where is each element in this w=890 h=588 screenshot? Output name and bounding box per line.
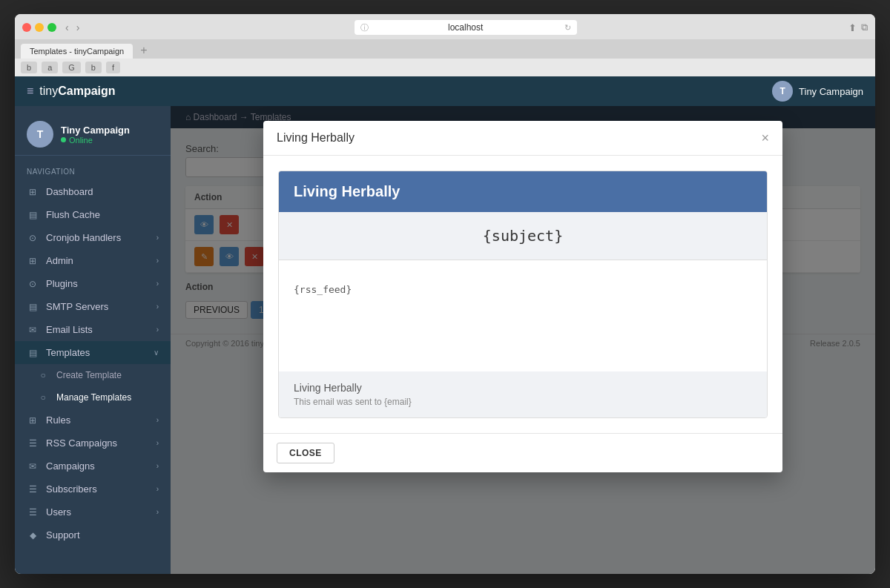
sidebar-item-subscribers[interactable]: ☰ Subscribers › <box>15 478 171 501</box>
close-light[interactable] <box>22 23 31 32</box>
rules-icon: ⊞ <box>27 415 39 426</box>
email-header-band: Living Herbally <box>279 171 767 212</box>
sidebar-item-manage-templates[interactable]: ○ Manage Templates <box>15 386 171 409</box>
sidebar-label-subscribers: Subscribers <box>46 483 97 495</box>
modal: Living Herbally × Living Herbally {subje… <box>263 121 782 472</box>
sidebar-label-dashboard: Dashboard <box>46 186 93 197</box>
minimize-light[interactable] <box>35 23 44 32</box>
users-icon: ☰ <box>27 507 39 518</box>
smtp-arrow: › <box>156 303 159 311</box>
email-preview: Living Herbally {subject} {rss_feed} Liv… <box>278 171 768 418</box>
user-avatar: T <box>27 121 53 148</box>
sidebar-label-flush-cache: Flush Cache <box>46 209 100 220</box>
admin-arrow: › <box>156 257 159 265</box>
plugins-arrow: › <box>156 280 159 288</box>
app-header: ≡ tinyCampaign T Tiny Campaign <box>15 76 875 106</box>
create-template-icon: ○ <box>37 370 49 380</box>
email-lists-arrow: › <box>156 326 159 334</box>
email-subject-text: {subject} <box>483 227 563 245</box>
flush-cache-icon: ▤ <box>27 210 39 220</box>
bookmarks-bar: b a G b f <box>15 59 875 76</box>
email-lists-icon: ✉ <box>27 325 39 335</box>
new-tab-button[interactable]: + <box>136 42 151 59</box>
back-button[interactable]: ‹ <box>62 20 72 35</box>
bookmark-4[interactable]: b <box>85 62 102 73</box>
email-footer-section: Living Herbally This email was sent to {… <box>279 371 767 417</box>
sidebar-label-templates: Templates <box>46 347 90 358</box>
modal-header: Living Herbally × <box>263 121 782 156</box>
email-footer-title: Living Herbally <box>294 382 752 394</box>
modal-close-footer-button[interactable]: CLOSE <box>277 443 334 463</box>
logo: tinyCampaign <box>39 85 115 98</box>
dashboard-icon: ⊞ <box>27 187 39 197</box>
menu-icon[interactable]: ≡ <box>27 85 33 98</box>
plugins-icon: ⊙ <box>27 279 39 289</box>
active-tab[interactable]: Templates - tinyCampaign <box>21 44 133 59</box>
fullscreen-light[interactable] <box>47 23 56 32</box>
traffic-lights <box>22 23 56 32</box>
campaigns-arrow: › <box>156 462 159 470</box>
email-footer-sub: This email was sent to {email} <box>294 397 752 407</box>
expand-icon[interactable]: ⧉ <box>861 22 868 33</box>
sidebar-label-cronjob: Cronjob Handlers <box>46 232 121 243</box>
modal-footer: CLOSE <box>263 433 782 472</box>
smtp-icon: ▤ <box>27 302 39 312</box>
modal-body: Living Herbally {subject} {rss_feed} Liv… <box>263 156 782 433</box>
bookmark-5[interactable]: f <box>106 62 120 73</box>
modal-title: Living Herbally <box>277 131 355 145</box>
sidebar-label-users: Users <box>46 506 71 518</box>
rss-arrow: › <box>156 439 159 447</box>
address-bar[interactable]: localhost <box>355 20 577 35</box>
share-icon[interactable]: ⬆ <box>848 22 857 33</box>
templates-icon: ▤ <box>27 348 39 358</box>
sidebar-label-rules: Rules <box>46 414 70 426</box>
header-username: Tiny Campaign <box>799 86 863 97</box>
sidebar-item-create-template[interactable]: ○ Create Template <box>15 364 171 386</box>
sidebar-item-smtp[interactable]: ▤ SMTP Servers › <box>15 295 171 318</box>
nav-section-label: NAVIGATION <box>15 163 171 180</box>
sidebar-item-plugins[interactable]: ⊙ Plugins › <box>15 272 171 295</box>
sidebar-label-support: Support <box>46 529 80 541</box>
user-section: T Tiny Campaign Online <box>15 113 171 156</box>
cronjob-arrow: › <box>156 234 159 242</box>
sidebar-label-smtp: SMTP Servers <box>46 301 108 312</box>
sidebar-username: Tiny Campaign <box>61 125 130 136</box>
forward-button[interactable]: › <box>73 20 83 35</box>
sidebar-item-users[interactable]: ☰ Users › <box>15 501 171 523</box>
email-subject-section: {subject} <box>279 212 767 260</box>
reload-icon[interactable]: ↻ <box>564 23 571 33</box>
sidebar-item-rss[interactable]: ☰ RSS Campaigns › <box>15 432 171 455</box>
sidebar-item-templates[interactable]: ▤ Templates ∨ <box>15 341 171 364</box>
sidebar: T Tiny Campaign Online NAVIGATION ⊞ Dash… <box>15 106 171 574</box>
info-icon: ⓘ <box>360 22 369 33</box>
rules-arrow: › <box>156 416 159 424</box>
bookmark-1[interactable]: b <box>21 62 37 73</box>
bookmark-3[interactable]: G <box>62 62 81 73</box>
sidebar-item-support[interactable]: ◆ Support <box>15 523 171 546</box>
subscribers-icon: ☰ <box>27 484 39 495</box>
sidebar-item-dashboard[interactable]: ⊞ Dashboard <box>15 180 171 203</box>
campaigns-icon: ✉ <box>27 461 39 472</box>
modal-close-button[interactable]: × <box>761 131 769 145</box>
logo-tiny: tiny <box>39 85 58 97</box>
sidebar-label-admin: Admin <box>46 255 73 266</box>
logo-campaign: Campaign <box>58 85 115 97</box>
status-indicator <box>61 137 66 142</box>
sidebar-label-create-template: Create Template <box>56 370 122 380</box>
admin-icon: ⊞ <box>27 256 39 266</box>
sidebar-item-campaigns[interactable]: ✉ Campaigns › <box>15 455 171 478</box>
email-rss-text: {rss_feed} <box>294 284 352 295</box>
sidebar-item-rules[interactable]: ⊞ Rules › <box>15 409 171 432</box>
email-body-section: {rss_feed} <box>279 260 767 371</box>
support-icon: ◆ <box>27 530 39 541</box>
bookmark-2[interactable]: a <box>42 62 58 73</box>
main-content: ⌂ Dashboard → Templates Search: Action <box>171 106 875 574</box>
modal-overlay: Living Herbally × Living Herbally {subje… <box>171 106 875 574</box>
sidebar-item-flush-cache[interactable]: ▤ Flush Cache <box>15 203 171 226</box>
sidebar-label-rss: RSS Campaigns <box>46 437 117 449</box>
cronjob-icon: ⊙ <box>27 233 39 243</box>
sidebar-item-admin[interactable]: ⊞ Admin › <box>15 249 171 272</box>
tab-bar: Templates - tinyCampaign + <box>15 39 875 59</box>
sidebar-item-email-lists[interactable]: ✉ Email Lists › <box>15 318 171 341</box>
sidebar-item-cronjob[interactable]: ⊙ Cronjob Handlers › <box>15 226 171 249</box>
